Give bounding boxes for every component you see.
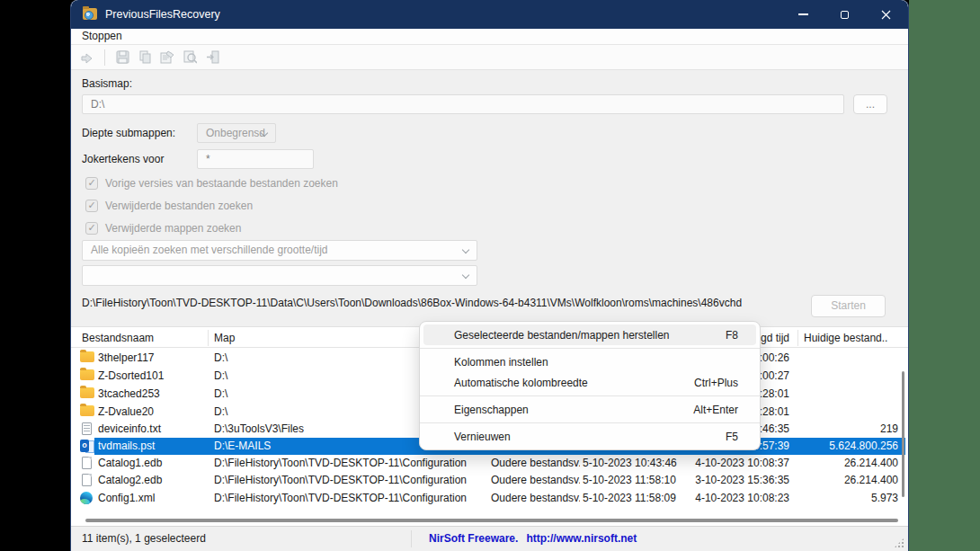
menu-item-label: Eigenschappen <box>454 404 529 416</box>
nirsoft-link[interactable]: http://www.nirsoft.net <box>526 527 637 551</box>
toolbar <box>71 45 908 70</box>
cell-bestandsnaam: Z-Dsorted101 <box>98 368 206 385</box>
file-icon <box>80 387 94 398</box>
context-menu-item[interactable]: Eigenschappen Alt+Enter <box>423 399 756 420</box>
run-icon[interactable] <box>79 49 95 66</box>
app-icon <box>83 8 97 20</box>
copy-icon[interactable] <box>137 49 153 66</box>
menu-item-label: Automatische kolombreedte <box>454 377 588 389</box>
checkbox-vorige-versies[interactable]: Vorige versies van bestaande bestanden z… <box>85 177 338 190</box>
column-bestandsnaam[interactable]: Bestandsnaam <box>82 328 154 348</box>
menu-item-label: Kolommen instellen <box>454 356 548 369</box>
context-menu-separator <box>420 395 760 396</box>
file-icon <box>80 492 93 504</box>
cell-versietype: Oudere bestandsv... <box>491 472 580 489</box>
search-options-panel: Basismap: D:\ ... Diepte submappen: Onbe… <box>71 70 908 326</box>
cell-map: D:\FileHistory\Toon\TVD-DESKTOP-11\Confi… <box>214 472 484 489</box>
joker-input[interactable]: * <box>197 149 314 169</box>
empty-combo[interactable] <box>82 265 477 286</box>
menu-item-label: Vernieuwen <box>454 431 511 443</box>
file-icon <box>80 405 94 416</box>
file-icon <box>82 474 92 486</box>
menubar: Stoppen <box>71 29 908 45</box>
file-icon <box>80 440 94 452</box>
basismap-input[interactable]: D:\ <box>82 94 844 114</box>
cell-bestandsnaam: 3thelper117 <box>98 350 206 367</box>
cell-bestandsnaam: 3tcached253 <box>98 386 206 403</box>
resize-grip[interactable] <box>894 538 904 548</box>
close-button[interactable] <box>865 0 906 29</box>
exit-icon[interactable] <box>204 49 220 66</box>
checkbox-label: Vorige versies van bestaande bestanden z… <box>105 177 338 190</box>
screen: PreviousFilesRecovery Stoppen <box>0 0 980 551</box>
cell-bestandsnaam: Catalog1.edb <box>98 455 206 472</box>
menu-stoppen[interactable]: Stoppen <box>82 29 122 44</box>
cell-bestandsnaam: tvdmails.pst <box>98 438 206 455</box>
file-icon <box>82 457 92 469</box>
maximize-button[interactable] <box>824 0 865 29</box>
column-separator[interactable] <box>797 330 798 346</box>
checkbox-icon <box>85 222 98 235</box>
browse-button[interactable]: ... <box>853 94 887 114</box>
checkbox-verwijderde-mappen[interactable]: Verwijderde mappen zoeken <box>85 222 241 235</box>
menu-item-shortcut: F8 <box>726 329 738 342</box>
cell-tijd-1: 5-10-2023 11:58:10 <box>583 472 686 489</box>
table-row[interactable]: Config1.xml D:\FileHistory\Toon\TVD-DESK… <box>71 490 909 507</box>
cell-tijd-1: 5-10-2023 10:43:46 <box>583 455 686 472</box>
vertical-scrollbar[interactable] <box>902 371 904 497</box>
context-menu-item[interactable]: Geselecteerde bestanden/mappen herstelle… <box>423 324 756 345</box>
table-row[interactable]: Catalog1.edb D:\FileHistory\Toon\TVD-DES… <box>71 455 909 472</box>
cell-huidige-bestand: 26.214.400 <box>802 455 898 472</box>
copies-combo-value: Alle kopieën zoeken met verschillende gr… <box>91 244 327 256</box>
cell-map: D:\FileHistory\Toon\TVD-DESKTOP-11\Confi… <box>214 490 484 507</box>
maximize-icon <box>841 11 849 19</box>
column-map[interactable]: Map <box>214 328 235 348</box>
checkbox-verwijderde-bestanden[interactable]: Verwijderde bestanden zoeken <box>85 200 253 212</box>
close-icon <box>881 10 891 20</box>
checkbox-icon <box>85 200 98 212</box>
save-icon[interactable] <box>114 49 130 66</box>
titlebar[interactable]: PreviousFilesRecovery <box>71 0 908 29</box>
cell-map: D:\FileHistory\Toon\TVD-DESKTOP-11\Confi… <box>214 455 484 472</box>
diepte-label: Diepte submappen: <box>82 127 175 139</box>
file-icon <box>82 422 92 435</box>
cell-bestandsnaam: deviceinfo.txt <box>98 421 206 438</box>
column-huidige-bestand[interactable]: Huidige bestand.. <box>804 328 887 348</box>
cell-huidige-bestand: 26.214.400 <box>802 472 898 489</box>
minimize-button[interactable] <box>782 0 824 29</box>
start-button[interactable]: Starten <box>811 295 886 317</box>
cell-gewijzigd-tijd: 4-10-2023 10:08:23 <box>684 490 789 507</box>
table-row[interactable]: Catalog2.edb D:\FileHistory\Toon\TVD-DES… <box>71 472 909 489</box>
horizontal-scrollbar[interactable] <box>85 519 898 522</box>
context-menu: Geselecteerde bestanden/mappen herstelle… <box>419 321 761 450</box>
context-menu-item[interactable]: Vernieuwen F5 <box>423 426 756 447</box>
toolbar-separator <box>104 49 105 66</box>
cell-bestandsnaam: Z-Dvalue20 <box>98 404 206 421</box>
properties-icon[interactable] <box>159 49 175 66</box>
diepte-select[interactable]: Onbegrensd <box>197 123 276 143</box>
checkbox-label: Verwijderde mappen zoeken <box>105 222 241 235</box>
menu-item-shortcut: F5 <box>726 431 738 443</box>
basismap-label: Basismap: <box>82 77 132 90</box>
file-icon <box>80 351 94 362</box>
context-menu-item[interactable]: Kolommen instellen <box>423 351 756 372</box>
context-menu-item[interactable]: Automatische kolombreedte Ctrl+Plus <box>423 372 756 393</box>
cell-huidige-bestand: 5.973 <box>802 490 898 507</box>
column-separator[interactable] <box>208 330 209 346</box>
menu-item-shortcut: Ctrl+Plus <box>694 377 738 389</box>
cell-bestandsnaam: Config1.xml <box>98 490 206 507</box>
cell-gewijzigd-tijd: 3-10-2023 15:36:35 <box>684 472 789 489</box>
statusbar: 11 item(s), 1 geselecteerd NirSoft Freew… <box>71 526 908 551</box>
cell-gewijzigd-tijd: 4-10-2023 10:08:37 <box>684 455 789 472</box>
cell-huidige-bestand: 219 <box>802 421 898 438</box>
copies-combo[interactable]: Alle kopieën zoeken met verschillende gr… <box>82 240 477 261</box>
joker-label: Jokertekens voor <box>82 153 164 165</box>
cell-versietype: Oudere bestandsv... <box>491 455 580 472</box>
file-icon <box>80 369 94 380</box>
context-menu-separator <box>420 422 760 423</box>
chevron-down-icon <box>462 246 469 253</box>
window-title: PreviousFilesRecovery <box>105 0 220 29</box>
find-icon[interactable] <box>182 49 198 66</box>
menu-item-label: Geselecteerde bestanden/mappen herstelle… <box>454 329 670 342</box>
minimize-icon <box>798 13 808 14</box>
